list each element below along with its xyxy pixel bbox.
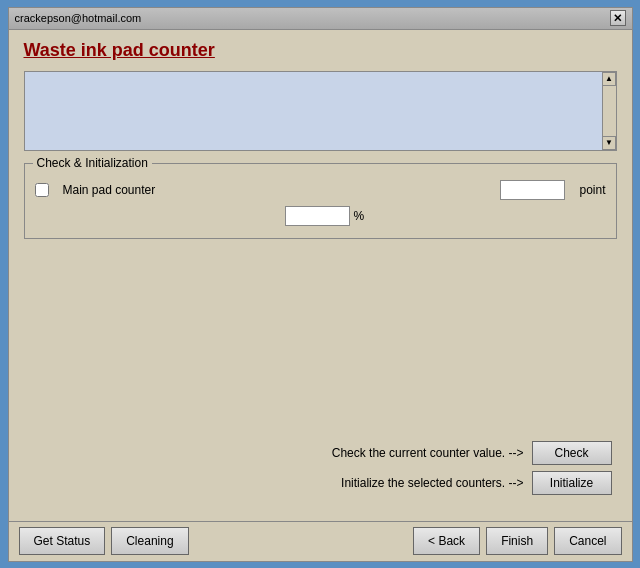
percent-row: % (65, 206, 606, 226)
point-unit-label: point (579, 183, 605, 197)
main-pad-counter-label: Main pad counter (63, 183, 491, 197)
main-pad-counter-percent-input[interactable] (285, 206, 350, 226)
initialize-action-row: Initialize the selected counters. --> In… (29, 471, 612, 495)
back-button[interactable]: < Back (413, 527, 480, 555)
check-action-text: Check the current counter value. --> (332, 446, 524, 460)
check-init-group: Check & Initialization Main pad counter … (24, 163, 617, 239)
page-title: Waste ink pad counter (24, 40, 617, 61)
cancel-button[interactable]: Cancel (554, 527, 621, 555)
scrollbar[interactable]: ▲ ▼ (602, 72, 616, 150)
get-status-button[interactable]: Get Status (19, 527, 106, 555)
main-pad-counter-point-input[interactable] (500, 180, 565, 200)
content-area: Waste ink pad counter ▲ ▼ Check & Initia… (9, 30, 632, 521)
check-action-row: Check the current counter value. --> Che… (29, 441, 612, 465)
initialize-action-text: Initialize the selected counters. --> (341, 476, 523, 490)
finish-button[interactable]: Finish (486, 527, 548, 555)
main-window: crackepson@hotmail.com ✕ Waste ink pad c… (8, 7, 633, 562)
main-pad-counter-row: Main pad counter point (35, 180, 606, 200)
initialize-button[interactable]: Initialize (532, 471, 612, 495)
bottom-bar: Get Status Cleaning < Back Finish Cancel (9, 521, 632, 561)
scroll-down-arrow[interactable]: ▼ (602, 136, 616, 150)
close-button[interactable]: ✕ (610, 10, 626, 26)
text-display: ▲ ▼ (24, 71, 617, 151)
main-pad-counter-checkbox[interactable] (35, 183, 49, 197)
check-init-label: Check & Initialization (33, 156, 152, 170)
action-rows: Check the current counter value. --> Che… (24, 441, 617, 501)
percent-unit-label: % (354, 209, 365, 223)
title-bar: crackepson@hotmail.com ✕ (9, 8, 632, 30)
scroll-up-arrow[interactable]: ▲ (602, 72, 616, 86)
title-bar-text: crackepson@hotmail.com (15, 12, 142, 24)
check-button[interactable]: Check (532, 441, 612, 465)
cleaning-button[interactable]: Cleaning (111, 527, 188, 555)
